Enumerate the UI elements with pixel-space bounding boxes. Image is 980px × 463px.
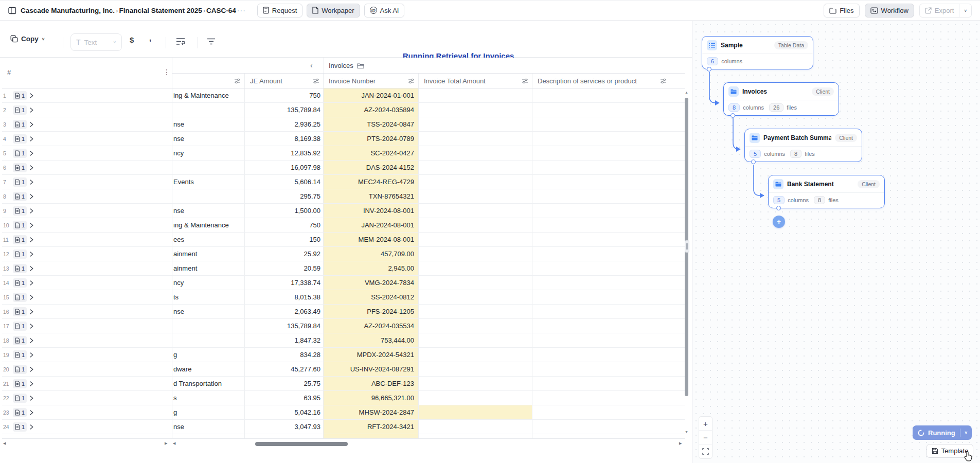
cell-account[interactable]: nse bbox=[172, 420, 245, 434]
cell-je-amount[interactable]: 2,936.25 bbox=[245, 117, 324, 131]
horizontal-scrollbar-thumb[interactable] bbox=[255, 442, 348, 446]
row-header-cell[interactable]: 141 bbox=[2, 276, 172, 290]
cell-je-amount[interactable]: 750 bbox=[245, 218, 324, 232]
cell-description[interactable] bbox=[532, 305, 685, 318]
table-row[interactable]: 51ncy12,835.92SC-2024-0427 bbox=[2, 146, 685, 161]
column-header-invoice-total[interactable]: Invoice Total Amount bbox=[419, 74, 532, 88]
cell-invoice-total[interactable] bbox=[419, 261, 532, 275]
row-header-cell[interactable]: 81 bbox=[2, 189, 172, 203]
cell-je-amount[interactable]: 20.59 bbox=[245, 261, 324, 275]
table-row[interactable]: 231g5,042.16MHSW-2024-2847 bbox=[2, 405, 685, 420]
row-number[interactable]: 5 bbox=[3, 150, 11, 156]
cell-je-amount[interactable]: 12,835.92 bbox=[245, 146, 324, 160]
table-row[interactable]: 11ing & Maintenance750JAN-2024-01-001 bbox=[2, 88, 685, 103]
cell-invoice-number[interactable]: DAS-2024-4152 bbox=[324, 161, 419, 174]
document-count-badge[interactable]: 1 bbox=[13, 350, 27, 360]
cell-je-amount[interactable]: 17,338.74 bbox=[245, 276, 324, 290]
table-row[interactable]: 161nse2,063.49PFS-2024-1205 bbox=[2, 305, 685, 319]
cell-description[interactable] bbox=[532, 132, 685, 146]
export-dropdown-chevron[interactable]: ∨ bbox=[959, 4, 971, 17]
row-number[interactable]: 20 bbox=[3, 366, 11, 372]
row-number[interactable]: 15 bbox=[3, 294, 11, 300]
copy-button[interactable]: Copy ∨ bbox=[10, 35, 45, 43]
column-header-description[interactable]: Description of services or product bbox=[532, 74, 685, 88]
expand-row-chevron[interactable] bbox=[29, 222, 34, 230]
flow-node-sample[interactable]: Sample Table Data 6 columns bbox=[702, 36, 813, 69]
cell-description[interactable] bbox=[532, 189, 685, 203]
connector-port[interactable] bbox=[707, 67, 711, 72]
document-count-badge[interactable]: 1 bbox=[13, 163, 27, 172]
row-header-cell[interactable]: 61 bbox=[2, 161, 172, 174]
cell-invoice-number[interactable]: PTS-2024-0789 bbox=[324, 132, 419, 146]
table-row[interactable]: 141ncy17,338.74VMG-2024-7834 bbox=[2, 276, 685, 290]
cell-invoice-total[interactable] bbox=[419, 218, 532, 232]
column-filter-icon[interactable] bbox=[522, 78, 528, 86]
group-header-invoices[interactable]: Invoices bbox=[324, 58, 685, 74]
frozen-scroll-left-arrow[interactable]: ◀ bbox=[3, 441, 6, 446]
cell-account[interactable]: g bbox=[172, 348, 245, 362]
row-number[interactable]: 13 bbox=[3, 265, 11, 272]
row-number[interactable]: 21 bbox=[3, 381, 11, 387]
row-number[interactable]: 7 bbox=[3, 179, 11, 185]
ask-ai-button[interactable]: @ Ask AI bbox=[364, 4, 405, 17]
connector-port[interactable] bbox=[776, 206, 781, 210]
cell-account[interactable]: s bbox=[172, 391, 245, 405]
column-header-invoice-number[interactable]: Invoice Number bbox=[324, 74, 419, 88]
cell-invoice-number[interactable]: SC-2024-0427 bbox=[324, 146, 419, 160]
cell-invoice-total[interactable] bbox=[419, 132, 532, 146]
document-count-badge[interactable]: 1 bbox=[13, 206, 27, 216]
expand-row-chevron[interactable] bbox=[29, 323, 34, 331]
row-header-cell[interactable]: 111 bbox=[2, 233, 172, 246]
cell-account[interactable]: nse bbox=[172, 305, 245, 318]
connector-port[interactable] bbox=[751, 159, 756, 164]
row-header-cell[interactable]: 231 bbox=[2, 405, 172, 419]
cell-description[interactable] bbox=[532, 218, 685, 232]
zoom-in-button[interactable]: + bbox=[699, 417, 712, 431]
cell-invoice-total[interactable] bbox=[419, 276, 532, 290]
cell-account[interactable]: ing & Maintenance bbox=[172, 218, 245, 232]
table-row[interactable]: 191g834.28MPDX-2024-54321 bbox=[2, 348, 685, 362]
document-count-badge[interactable]: 1 bbox=[13, 293, 27, 302]
table-row[interactable]: 151ts8,015.38SS-2024-0812 bbox=[2, 290, 685, 305]
cell-invoice-number[interactable]: 753,444.00 bbox=[324, 333, 419, 347]
cell-invoice-total[interactable] bbox=[419, 290, 532, 304]
row-header-cell[interactable]: 211 bbox=[2, 377, 172, 390]
expand-row-chevron[interactable] bbox=[29, 424, 34, 432]
document-count-badge[interactable]: 1 bbox=[13, 192, 27, 201]
row-header-cell[interactable]: 171 bbox=[2, 319, 172, 333]
row-header-cell[interactable]: 121 bbox=[2, 247, 172, 261]
cell-invoice-number[interactable]: MPDX-2024-54321 bbox=[324, 348, 419, 362]
expand-row-chevron[interactable] bbox=[29, 337, 34, 345]
cell-account[interactable] bbox=[172, 319, 245, 333]
cell-invoice-total[interactable] bbox=[419, 161, 532, 174]
column-filter-icon[interactable] bbox=[234, 78, 241, 86]
cell-invoice-number[interactable]: JAN-2024-01-001 bbox=[324, 88, 419, 102]
row-header-cell[interactable]: 241 bbox=[2, 420, 172, 434]
cell-account[interactable]: ncy bbox=[172, 276, 245, 290]
zoom-out-button[interactable]: − bbox=[699, 431, 712, 444]
row-header-cell[interactable] bbox=[2, 434, 172, 438]
cell-je-amount[interactable]: 5,042.16 bbox=[245, 405, 324, 419]
column-filter-icon[interactable] bbox=[408, 78, 415, 86]
cell-je-amount[interactable] bbox=[245, 434, 324, 438]
column-header-je-amount[interactable]: JE Amount bbox=[245, 74, 324, 88]
row-header-cell[interactable]: 131 bbox=[2, 261, 172, 275]
cell-invoice-number[interactable]: MEM-2024-08-001 bbox=[324, 233, 419, 246]
column-filter-icon[interactable] bbox=[660, 78, 667, 86]
expand-row-chevron[interactable] bbox=[29, 208, 34, 216]
table-row[interactable]: 201dware45,277.60US-INV-2024-087291 bbox=[2, 362, 685, 377]
cell-invoice-number[interactable]: AZ-2024-035894 bbox=[324, 103, 419, 117]
workflow-panel[interactable]: Sample Table Data 6 columns Invoices Cli… bbox=[692, 21, 980, 463]
table-row[interactable]: 21135,789.84AZ-2024-035894 bbox=[2, 103, 685, 117]
expand-row-chevron[interactable] bbox=[29, 150, 34, 158]
workpaper-button[interactable]: Workpaper bbox=[307, 4, 360, 17]
row-header-cell[interactable]: 71 bbox=[2, 175, 172, 189]
row-header-cell[interactable]: 91 bbox=[2, 204, 172, 218]
cell-invoice-total[interactable] bbox=[419, 189, 532, 203]
fit-view-button[interactable] bbox=[699, 444, 712, 458]
row-number[interactable]: 1 bbox=[3, 93, 11, 99]
row-header-cell[interactable]: 41 bbox=[2, 132, 172, 146]
cell-account[interactable]: ainment bbox=[172, 247, 245, 261]
document-count-badge[interactable]: 1 bbox=[13, 365, 27, 374]
cell-account[interactable]: nse bbox=[172, 117, 245, 131]
